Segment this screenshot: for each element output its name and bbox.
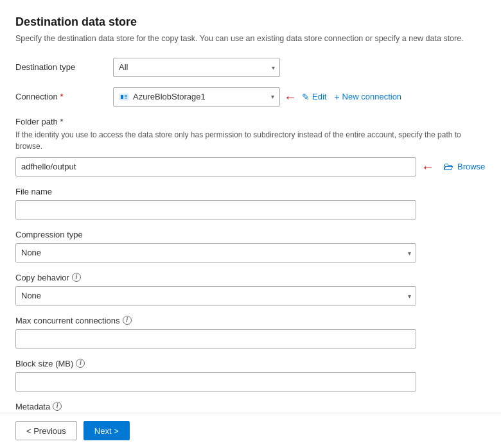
folder-path-section: Folder path * If the identity you use to… [15,117,486,177]
new-connection-label: New connection [342,92,402,101]
copy-behavior-info-icon: i [72,273,81,282]
destination-type-select[interactable]: All Azure Blob Storage Azure SQL Databas… [113,58,280,77]
folder-path-row: ← 🗁 Browse [15,157,486,177]
connection-actions: ✎ Edit + New connection [302,92,401,102]
footer: < Previous Next > [0,413,501,448]
destination-type-select-wrapper: All Azure Blob Storage Azure SQL Databas… [113,58,280,77]
block-size-section: Block size (MB) i [15,359,486,392]
svg-rect-1 [121,95,123,99]
compression-type-select-wrapper: None gzip bzip2 deflate ZipDeflate snapp… [15,243,416,263]
connection-required-marker: * [58,92,64,101]
browse-folder-icon: 🗁 [443,161,453,173]
connection-row: Connection * AzureBlobStorage1 ▾ ← [15,87,486,107]
compression-type-section: Compression type None gzip bzip2 deflate… [15,230,486,263]
block-size-info-icon: i [76,359,85,368]
folder-path-label: Folder path * [15,117,486,126]
copy-behavior-section: Copy behavior i None FlattenHierarchy Me… [15,273,486,306]
copy-behavior-select-wrapper: None FlattenHierarchy MergeFiles Preserv… [15,286,416,306]
block-size-input[interactable] [15,372,416,392]
connection-arrow-indicator: ← [284,90,297,103]
connection-row-inner: AzureBlobStorage1 ▾ ← ✎ Edit + New conne… [113,87,401,107]
next-button[interactable]: Next > [84,421,130,440]
destination-type-label: Destination type [15,62,105,72]
folder-path-input[interactable] [15,157,416,177]
folder-path-required-marker: * [58,117,64,126]
copy-behavior-label: Copy behavior i [15,273,486,282]
previous-label: < Previous [26,426,66,436]
destination-type-row: Destination type All Azure Blob Storage … [15,58,486,77]
max-concurrent-connections-label: Max concurrent connections i [15,316,486,325]
browse-label: Browse [457,162,485,171]
connection-value: AzureBlobStorage1 [133,92,267,101]
connection-label: Connection * [15,92,105,101]
connection-select[interactable]: AzureBlobStorage1 ▾ [113,87,280,107]
block-size-label: Block size (MB) i [15,359,486,368]
previous-button[interactable]: < Previous [15,421,77,440]
metadata-label: Metadata i [15,402,486,411]
metadata-section: Metadata i [15,402,486,411]
folder-path-description: If the identity you use to access the da… [15,129,486,152]
page-description: Specify the destination data store for t… [15,33,486,45]
max-concurrent-info-icon: i [123,316,132,325]
next-label: Next > [94,426,119,436]
browse-button[interactable]: 🗁 Browse [443,161,485,173]
copy-behavior-select[interactable]: None FlattenHierarchy MergeFiles Preserv… [15,286,416,306]
connection-select-wrapper: AzureBlobStorage1 ▾ [113,87,280,107]
blob-storage-icon [119,92,129,102]
folder-path-arrow-indicator: ← [421,160,434,173]
file-name-label: File name [15,187,486,196]
page-title: Destination data store [15,15,486,29]
svg-rect-3 [125,98,127,99]
plus-icon: + [334,92,339,102]
file-name-input[interactable] [15,200,416,220]
max-concurrent-connections-input[interactable] [15,329,416,349]
compression-type-label: Compression type [15,230,486,239]
max-concurrent-connections-section: Max concurrent connections i [15,316,486,349]
compression-type-select[interactable]: None gzip bzip2 deflate ZipDeflate snapp… [15,243,416,263]
file-name-section: File name [15,187,486,220]
edit-button[interactable]: ✎ Edit [302,92,326,102]
edit-pencil-icon: ✎ [302,92,310,102]
edit-label: Edit [312,92,326,101]
connection-chevron-icon: ▾ [271,93,274,100]
svg-rect-2 [125,95,127,97]
new-connection-button[interactable]: + New connection [334,92,401,102]
metadata-info-icon: i [53,402,62,411]
